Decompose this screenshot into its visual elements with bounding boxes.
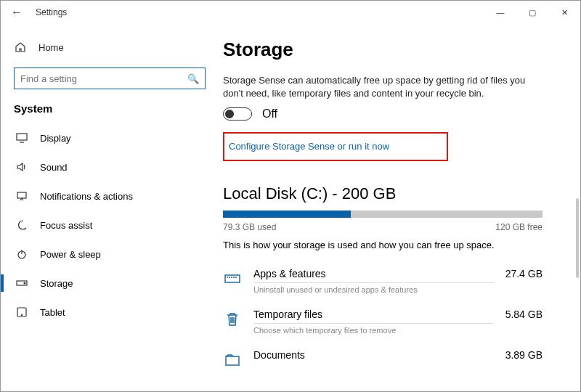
main-panel: Storage Storage Sense can automatically … <box>219 24 580 391</box>
category-subtitle: Choose which temporary files to remove <box>253 323 494 335</box>
how-storage-used-text: This is how your storage is used and how… <box>223 240 572 250</box>
category-title: Temporary files <box>253 309 494 320</box>
sidebar-item-display[interactable]: Display <box>14 123 206 152</box>
sidebar-section-header: System <box>14 102 206 115</box>
close-button[interactable]: ✕ <box>548 1 580 24</box>
sidebar-item-label: Focus assist <box>40 220 92 231</box>
search-icon: 🔍 <box>187 73 199 84</box>
category-documents[interactable]: Documents 3.89 GB <box>223 342 543 377</box>
sidebar: Home 🔍 System Display Sound Notification <box>1 24 219 391</box>
sidebar-item-focus-assist[interactable]: Focus assist <box>14 211 206 240</box>
toggle-knob <box>225 110 234 118</box>
sidebar-item-notifications[interactable]: Notifications & actions <box>14 181 206 211</box>
window-title: Settings <box>36 7 67 17</box>
category-size: 3.89 GB <box>505 349 543 361</box>
svg-rect-0 <box>17 134 27 140</box>
display-icon <box>15 133 28 143</box>
category-subtitle: Uninstall unused or undesired apps & fea… <box>253 282 494 294</box>
disk-usage-bar <box>223 211 543 218</box>
sidebar-item-label: Notifications & actions <box>40 191 133 202</box>
svg-rect-8 <box>226 356 239 365</box>
storage-icon <box>15 279 28 287</box>
focus-assist-icon <box>15 219 28 231</box>
storage-sense-description: Storage Sense can automatically free up … <box>223 74 535 100</box>
sidebar-home-label: Home <box>38 42 64 53</box>
scrollbar[interactable] <box>576 198 579 278</box>
sidebar-item-power-sleep[interactable]: Power & sleep <box>14 240 206 269</box>
sidebar-item-label: Tablet <box>40 307 65 318</box>
window-controls: — ▢ ✕ <box>484 1 580 24</box>
sidebar-item-tablet[interactable]: Tablet <box>14 298 206 327</box>
titlebar: ← Settings — ▢ ✕ <box>1 1 580 24</box>
local-disk-heading: Local Disk (C:) - 200 GB <box>223 184 572 203</box>
disk-used-label: 79.3 GB used <box>223 222 276 232</box>
toggle-state-label: Off <box>262 107 277 121</box>
svg-point-6 <box>21 314 22 315</box>
back-button[interactable]: ← <box>11 6 27 19</box>
category-title: Documents <box>253 349 494 361</box>
sidebar-item-label: Storage <box>40 278 73 289</box>
notifications-icon <box>15 191 28 201</box>
category-title: Apps & features <box>253 268 494 279</box>
disk-free-label: 120 GB free <box>495 222 543 232</box>
search-box[interactable]: 🔍 <box>14 68 206 89</box>
sidebar-item-label: Power & sleep <box>40 249 101 260</box>
category-temporary-files[interactable]: Temporary files Choose which temporary f… <box>223 301 543 342</box>
sidebar-item-label: Sound <box>40 162 68 173</box>
tablet-icon <box>15 307 28 317</box>
configure-storage-sense-link[interactable]: Configure Storage Sense or run it now <box>229 141 389 152</box>
disk-usage-bar-used <box>223 211 351 218</box>
category-size: 5.84 GB <box>505 309 543 320</box>
minimize-button[interactable]: — <box>484 1 516 24</box>
sidebar-item-label: Display <box>40 133 71 144</box>
storage-sense-toggle[interactable] <box>223 107 252 121</box>
svg-rect-7 <box>225 275 240 282</box>
search-input[interactable] <box>20 73 187 84</box>
maximize-button[interactable]: ▢ <box>516 1 548 24</box>
sidebar-nav: Display Sound Notifications & actions Fo… <box>14 123 206 327</box>
settings-window: ← Settings — ▢ ✕ Home 🔍 System <box>0 0 581 392</box>
category-size: 27.4 GB <box>505 268 543 279</box>
svg-point-4 <box>24 282 25 284</box>
sidebar-item-sound[interactable]: Sound <box>14 152 206 181</box>
home-icon <box>14 41 27 53</box>
page-title: Storage <box>223 38 572 61</box>
documents-icon <box>223 351 242 369</box>
power-icon <box>15 248 28 260</box>
highlight-box: Configure Storage Sense or run it now <box>223 132 448 161</box>
apps-icon <box>223 269 242 288</box>
sound-icon <box>15 162 28 172</box>
sidebar-home[interactable]: Home <box>14 38 206 56</box>
trash-icon <box>223 310 242 329</box>
svg-rect-1 <box>17 192 26 198</box>
storage-sense-toggle-row: Off <box>223 107 572 121</box>
sidebar-item-storage[interactable]: Storage <box>14 269 206 298</box>
disk-usage-labels: 79.3 GB used 120 GB free <box>223 222 543 232</box>
category-apps-features[interactable]: Apps & features Uninstall unused or unde… <box>223 261 543 301</box>
